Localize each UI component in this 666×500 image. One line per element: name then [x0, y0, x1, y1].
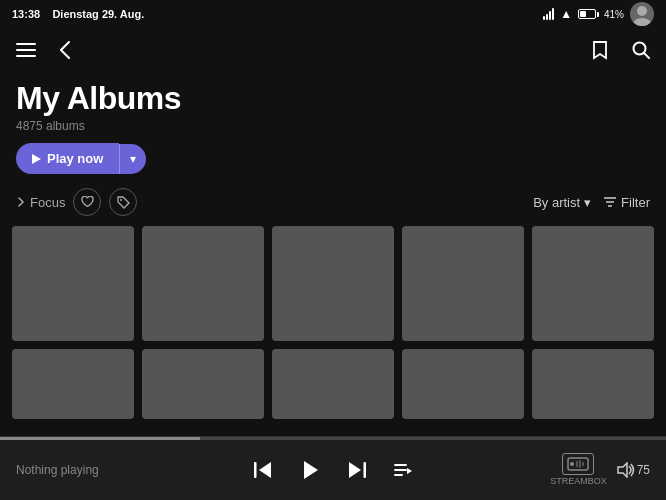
page-subtitle: 4875 albums	[16, 119, 650, 133]
svg-marker-12	[259, 462, 271, 478]
svg-rect-4	[16, 55, 36, 57]
progress-bar[interactable]	[0, 437, 666, 440]
sort-chevron-icon: ▾	[584, 195, 591, 210]
skip-back-icon	[254, 462, 272, 478]
battery-percent: 41%	[604, 9, 624, 20]
heart-icon	[81, 196, 94, 208]
svg-point-1	[633, 18, 651, 26]
play-now-label: Play now	[47, 151, 103, 166]
player-center-controls	[250, 456, 416, 484]
svg-rect-14	[364, 462, 367, 478]
focus-label: Focus	[30, 195, 65, 210]
skip-forward-button[interactable]	[344, 458, 370, 482]
svg-rect-2	[16, 43, 36, 45]
filter-right: By artist ▾ Filter	[533, 195, 650, 210]
filter-icon	[603, 196, 617, 209]
search-icon	[632, 41, 650, 59]
bottom-player: Nothing playing	[0, 436, 666, 500]
album-grid	[0, 226, 666, 419]
status-day: Dienstag 29. Aug.	[52, 8, 144, 20]
sort-label: By artist	[533, 195, 580, 210]
album-card-1[interactable]	[12, 226, 134, 341]
filter-left: Focus	[16, 188, 137, 216]
album-card-6[interactable]	[12, 349, 134, 419]
status-time: 13:38	[12, 8, 40, 20]
header-nav	[0, 28, 666, 72]
player-right: STREAMBOX 75	[550, 453, 650, 487]
back-button[interactable]	[56, 37, 74, 63]
bookmark-icon	[592, 40, 608, 60]
filter-button[interactable]: Filter	[603, 195, 650, 210]
svg-marker-19	[407, 468, 412, 474]
filter-label: Filter	[621, 195, 650, 210]
tag-filter-button[interactable]	[109, 188, 137, 216]
queue-icon	[394, 463, 412, 477]
now-playing-text: Nothing playing	[16, 463, 99, 477]
hamburger-icon	[16, 43, 36, 57]
volume-level: 75	[637, 463, 650, 477]
svg-rect-3	[16, 49, 36, 51]
queue-button[interactable]	[390, 459, 416, 481]
album-card-5[interactable]	[532, 226, 654, 341]
signal-icon	[543, 8, 554, 20]
avatar	[630, 2, 654, 26]
menu-button[interactable]	[12, 39, 40, 61]
album-card-9[interactable]	[402, 349, 524, 419]
album-card-8[interactable]	[272, 349, 394, 419]
play-now-button[interactable]: Play now	[16, 143, 119, 174]
streambox-icon	[562, 453, 594, 475]
streambox-device-icon	[567, 457, 589, 471]
search-button[interactable]	[628, 37, 654, 63]
svg-rect-11	[254, 462, 257, 478]
svg-point-0	[637, 6, 647, 16]
page-title: My Albums	[16, 80, 650, 117]
sort-button[interactable]: By artist ▾	[533, 195, 591, 210]
skip-forward-icon	[348, 462, 366, 478]
album-row-1	[12, 226, 654, 341]
play-icon	[32, 154, 41, 164]
wifi-icon: ▲	[560, 7, 572, 21]
filter-row: Focus By artist ▾ Filter	[0, 184, 666, 220]
album-card-7[interactable]	[142, 349, 264, 419]
status-bar: 13:38 Dienstag 29. Aug. ▲ 41%	[0, 0, 666, 28]
volume-control[interactable]: 75	[617, 462, 650, 478]
skip-back-button[interactable]	[250, 458, 276, 482]
back-icon	[60, 41, 70, 59]
page-header: My Albums 4875 albums	[0, 72, 666, 133]
focus-chevron-icon	[16, 197, 26, 207]
battery-icon: 41%	[578, 9, 624, 20]
focus-button[interactable]: Focus	[16, 195, 65, 210]
heart-filter-button[interactable]	[73, 188, 101, 216]
play-pause-button[interactable]	[296, 456, 324, 484]
progress-fill	[0, 437, 200, 440]
play-row: Play now ▾	[0, 133, 666, 184]
svg-line-6	[644, 53, 649, 58]
svg-marker-15	[349, 462, 361, 478]
bookmark-button[interactable]	[588, 36, 612, 64]
player-controls: Nothing playing	[0, 440, 666, 500]
album-card-3[interactable]	[272, 226, 394, 341]
now-playing-label: Nothing playing	[16, 463, 116, 477]
svg-point-21	[570, 462, 574, 466]
album-row-2	[12, 349, 654, 419]
play-icon	[300, 460, 320, 480]
dropdown-chevron-icon: ▾	[130, 152, 136, 166]
album-card-2[interactable]	[142, 226, 264, 341]
volume-icon	[617, 462, 635, 478]
album-card-10[interactable]	[532, 349, 654, 419]
streambox-label: STREAMBOX	[550, 476, 607, 487]
streambox-control[interactable]: STREAMBOX	[550, 453, 607, 487]
play-dropdown-button[interactable]: ▾	[119, 144, 146, 174]
svg-point-7	[120, 199, 122, 201]
album-card-4[interactable]	[402, 226, 524, 341]
svg-marker-13	[304, 461, 318, 479]
tag-icon	[117, 196, 130, 209]
svg-marker-25	[618, 463, 627, 477]
